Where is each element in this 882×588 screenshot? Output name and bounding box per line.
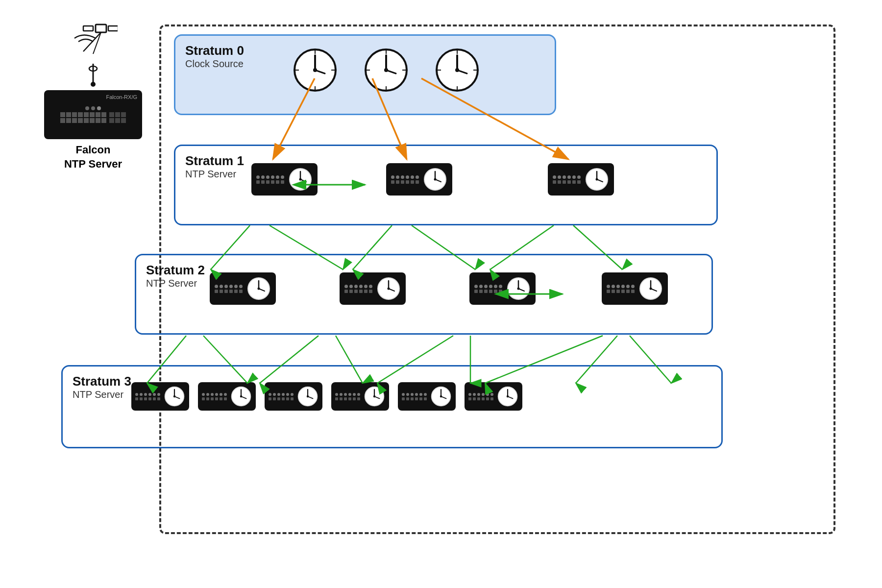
clock-s0-2 — [364, 48, 408, 92]
stratum-3-label: Stratum 3 NTP Server — [73, 374, 131, 400]
ntp-device-s3-5 — [398, 382, 456, 411]
stratum-3-box: Stratum 3 NTP Server — [61, 365, 723, 448]
ntp-device-s2-2 — [340, 272, 406, 305]
stratum-3-devices — [131, 382, 522, 411]
svg-rect-0 — [96, 24, 106, 32]
ntp-device-s2-3 — [469, 272, 536, 305]
stratum-2-box: Stratum 2 NTP Server — [135, 254, 713, 335]
falcon-server: Falcon-RX/G — [44, 64, 142, 171]
falcon-label: FalconNTP Server — [44, 143, 142, 171]
svg-point-7 — [91, 82, 96, 87]
ntp-device-s2-1 — [210, 272, 276, 305]
svg-line-4 — [93, 32, 101, 54]
diagram-container: Falcon-RX/G — [29, 15, 853, 573]
ntp-device-s3-2 — [198, 382, 256, 411]
ntp-device-s3-6 — [465, 382, 522, 411]
satellite-icon — [69, 15, 118, 66]
ntp-device-s3-4 — [331, 382, 389, 411]
stratum-0-clocks — [293, 48, 479, 92]
stratum-1-box: Stratum 1 NTP Server — [174, 145, 718, 225]
ntp-device-s2-4 — [602, 272, 668, 305]
stratum-2-label: Stratum 2 NTP Server — [146, 263, 205, 289]
ntp-device-s3-3 — [265, 382, 322, 411]
stratum-0-label: Stratum 0 Clock Source — [185, 43, 244, 70]
stratum-1-label: Stratum 1 NTP Server — [185, 153, 244, 180]
ntp-device-s1-3 — [548, 163, 614, 196]
clock-s0-3 — [435, 48, 479, 92]
stratum-0-box: Stratum 0 Clock Source — [174, 34, 556, 115]
clock-s0-1 — [293, 48, 337, 92]
svg-rect-1 — [83, 26, 93, 31]
ntp-device-s3-1 — [131, 382, 189, 411]
ntp-device-s1-1 — [251, 163, 318, 196]
falcon-brand: Falcon-RX/G — [106, 94, 137, 100]
svg-rect-2 — [108, 26, 118, 31]
ntp-device-s1-2 — [386, 163, 452, 196]
